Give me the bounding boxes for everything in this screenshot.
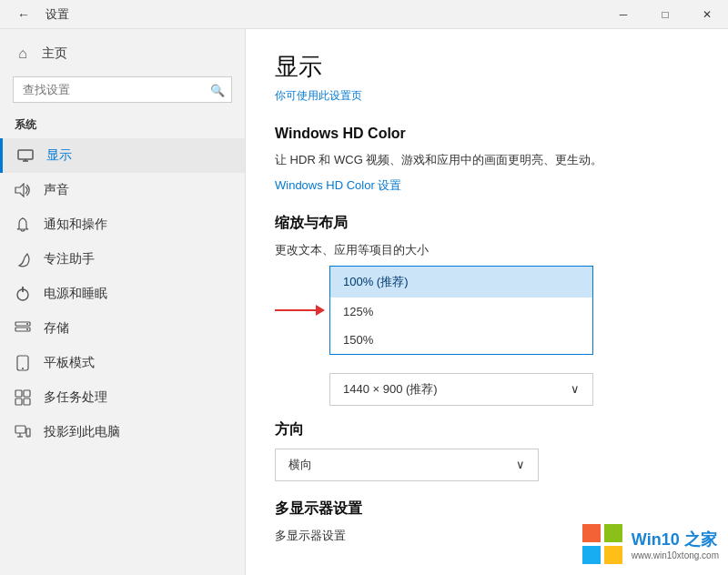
svg-point-11 [22, 368, 24, 369]
titlebar-title: 设置 [46, 6, 69, 23]
svg-rect-14 [15, 398, 22, 405]
svg-rect-21 [582, 524, 601, 542]
notification-label: 通知和操作 [44, 217, 107, 233]
scale-dropdown-open[interactable]: 100% (推荐) 125% 150% [329, 266, 593, 355]
sidebar-item-sound[interactable]: 声音 [0, 173, 245, 207]
arrow-line [275, 309, 316, 311]
svg-point-8 [26, 323, 28, 325]
main-layout: ⌂ 主页 🔍 系统 显示 [0, 29, 728, 575]
watermark: Win10 之家 www.win10xtong.com [581, 522, 719, 566]
svg-rect-12 [15, 390, 22, 397]
scale-option-100[interactable]: 100% (推荐) [330, 267, 592, 298]
tablet-icon [15, 355, 31, 371]
scale-section-title: 缩放与布局 [275, 214, 699, 233]
sidebar-item-power[interactable]: 电源和睡眠 [0, 277, 245, 311]
sidebar-item-tablet[interactable]: 平板模式 [0, 346, 245, 380]
focus-icon [15, 251, 31, 267]
svg-rect-13 [24, 390, 30, 397]
orientation-chevron-icon: ∨ [516, 458, 525, 471]
chevron-down-icon: ∨ [571, 382, 580, 396]
multitask-icon [15, 389, 31, 406]
hd-color-title: Windows HD Color [275, 126, 699, 142]
watermark-url: www.win10xtong.com [632, 550, 719, 560]
arrow-head [316, 305, 325, 316]
watermark-text: Win10 之家 www.win10xtong.com [632, 529, 719, 560]
red-arrow [275, 305, 325, 316]
svg-rect-24 [604, 546, 622, 564]
sidebar-item-storage[interactable]: 存储 [0, 311, 245, 346]
multi-display-title: 多显示器设置 [275, 499, 699, 519]
home-label: 主页 [42, 45, 67, 62]
storage-icon [15, 320, 31, 337]
sidebar-item-project[interactable]: 投影到此电脑 [0, 415, 245, 449]
sidebar: ⌂ 主页 🔍 系统 显示 [0, 29, 246, 575]
scale-label: 更改文本、应用等项目的大小 [275, 242, 699, 258]
sidebar-search: 🔍 [13, 76, 232, 103]
orientation-dropdown[interactable]: 横向 ∨ [275, 449, 539, 481]
search-icon: 🔍 [210, 83, 225, 96]
svg-rect-22 [604, 524, 622, 542]
power-label: 电源和睡眠 [44, 286, 107, 302]
titlebar: ← 设置 ─ □ ✕ [0, 0, 728, 29]
sound-label: 声音 [44, 182, 69, 198]
project-icon [15, 424, 31, 440]
titlebar-controls: ─ □ ✕ [602, 0, 728, 29]
storage-label: 存储 [44, 320, 69, 337]
maximize-button[interactable]: □ [644, 0, 686, 29]
back-button[interactable]: ← [11, 2, 36, 27]
project-label: 投影到此电脑 [44, 424, 120, 440]
resolution-section: 1440 × 900 (推荐) ∨ [329, 373, 699, 406]
content-area: 显示 你可使用此设置页 Windows HD Color 让 HDR 和 WCG… [246, 29, 728, 575]
back-link[interactable]: 你可使用此设置页 [275, 88, 362, 104]
notification-icon [15, 217, 31, 233]
scale-dropdown-container: 100% (推荐) 125% 150% [329, 266, 699, 355]
multitask-label: 多任务处理 [44, 389, 107, 406]
tablet-label: 平板模式 [44, 355, 95, 371]
hd-color-section: Windows HD Color 让 HDR 和 WCG 视频、游戏和应用中的画… [275, 126, 699, 194]
svg-rect-15 [24, 398, 30, 405]
sidebar-item-focus[interactable]: 专注助手 [0, 242, 245, 277]
svg-rect-23 [582, 546, 601, 564]
close-button[interactable]: ✕ [686, 0, 728, 29]
power-icon [15, 286, 31, 302]
svg-rect-0 [18, 150, 33, 159]
scale-layout-section: 缩放与布局 更改文本、应用等项目的大小 100% (推荐) 125% 150% [275, 214, 699, 355]
svg-marker-3 [15, 184, 24, 197]
watermark-title: Win10 之家 [632, 529, 719, 550]
windows-logo [581, 522, 624, 566]
page-title: 显示 [275, 51, 699, 83]
sidebar-section-label: 系统 [0, 114, 245, 138]
search-input[interactable] [13, 76, 232, 103]
hd-color-link[interactable]: Windows HD Color 设置 [275, 178, 401, 192]
hd-color-description: 让 HDR 和 WCG 视频、游戏和应用中的画面更明亮、更生动。 [275, 151, 699, 169]
display-icon [17, 147, 34, 164]
resolution-dropdown[interactable]: 1440 × 900 (推荐) ∨ [329, 373, 593, 406]
sidebar-item-notification[interactable]: 通知和操作 [0, 207, 245, 242]
sidebar-item-home[interactable]: ⌂ 主页 [0, 36, 245, 71]
sound-icon [15, 182, 31, 198]
orientation-section: 方向 横向 ∨ [275, 420, 699, 481]
svg-rect-16 [15, 426, 25, 433]
home-icon: ⌂ [15, 45, 31, 62]
scale-option-125[interactable]: 125% [330, 298, 592, 326]
orientation-value: 横向 [288, 457, 312, 473]
display-label: 显示 [46, 147, 72, 164]
titlebar-left: ← 设置 [11, 2, 69, 27]
scale-option-150[interactable]: 150% [330, 326, 592, 354]
orientation-title: 方向 [275, 420, 699, 439]
sidebar-item-display[interactable]: 显示 [0, 138, 245, 173]
svg-point-20 [27, 435, 29, 437]
sidebar-item-multitask[interactable]: 多任务处理 [0, 380, 245, 415]
svg-point-9 [26, 328, 28, 330]
minimize-button[interactable]: ─ [602, 0, 644, 29]
resolution-value: 1440 × 900 (推荐) [343, 381, 438, 398]
focus-label: 专注助手 [44, 251, 95, 267]
